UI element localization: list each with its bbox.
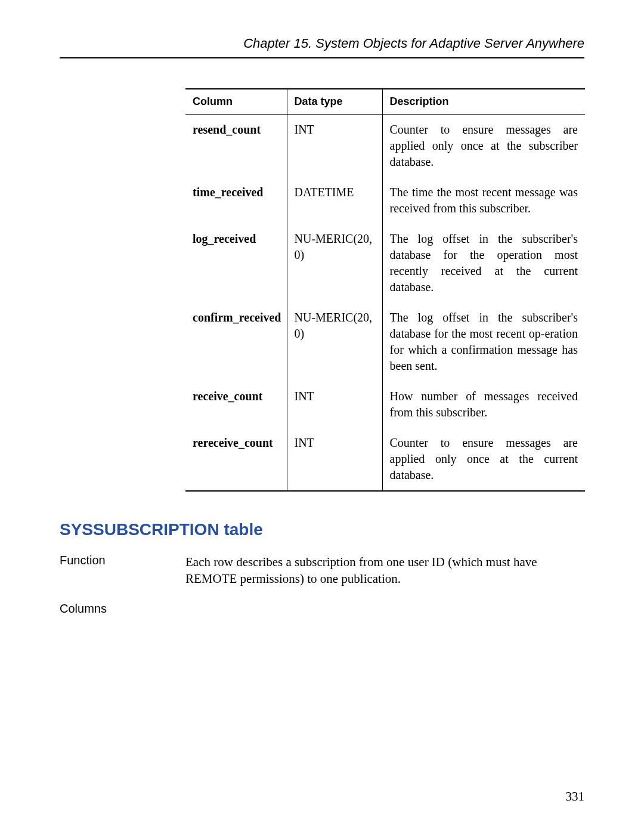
columns-table: Column Data type Description resend_coun… — [185, 88, 585, 492]
table-row: log_received NU-MERIC(20, 0) The log off… — [185, 224, 585, 302]
table-row: receive_count INT How number of messages… — [185, 381, 585, 428]
cell-column-name: time_received — [185, 177, 287, 224]
running-head: Chapter 15. System Objects for Adaptive … — [60, 36, 584, 58]
columns-body — [185, 602, 584, 616]
columns-label: Columns — [60, 602, 185, 616]
table-header-row: Column Data type Description — [185, 89, 585, 115]
function-label: Function — [60, 554, 185, 588]
cell-column-name: confirm_received — [185, 302, 287, 381]
table-row: time_received DATETIME The time the most… — [185, 177, 585, 224]
th-description: Description — [382, 89, 585, 115]
cell-datatype: INT — [287, 115, 382, 178]
section-heading: SYSSUBSCRIPTION table — [60, 520, 584, 539]
cell-datatype: INT — [287, 428, 382, 491]
page-number: 331 — [566, 789, 585, 804]
cell-datatype: DATETIME — [287, 177, 382, 224]
cell-description: How number of messages received from thi… — [382, 381, 585, 428]
table-row: resend_count INT Counter to ensure messa… — [185, 115, 585, 178]
cell-column-name: resend_count — [185, 115, 287, 178]
cell-column-name: log_received — [185, 224, 287, 302]
columns-row: Columns — [60, 602, 584, 616]
columns-table-block: Column Data type Description resend_coun… — [185, 88, 585, 492]
cell-description: Counter to ensure messages are applied o… — [382, 115, 585, 178]
cell-column-name: rereceive_count — [185, 428, 287, 491]
cell-description: The time the most recent message was rec… — [382, 177, 585, 224]
cell-description: The log offset in the subscriber's datab… — [382, 302, 585, 381]
cell-datatype: NU-MERIC(20, 0) — [287, 224, 382, 302]
cell-description: The log offset in the subscriber's datab… — [382, 224, 585, 302]
table-row: rereceive_count INT Counter to ensure me… — [185, 428, 585, 491]
function-text: Each row describes a subscription from o… — [185, 554, 584, 588]
table-row: confirm_received NU-MERIC(20, 0) The log… — [185, 302, 585, 381]
cell-description: Counter to ensure messages are applied o… — [382, 428, 585, 491]
th-datatype: Data type — [287, 89, 382, 115]
cell-datatype: NU-MERIC(20, 0) — [287, 302, 382, 381]
th-column: Column — [185, 89, 287, 115]
cell-column-name: receive_count — [185, 381, 287, 428]
page: Chapter 15. System Objects for Adaptive … — [0, 0, 644, 828]
cell-datatype: INT — [287, 381, 382, 428]
function-row: Function Each row describes a subscripti… — [60, 554, 584, 588]
